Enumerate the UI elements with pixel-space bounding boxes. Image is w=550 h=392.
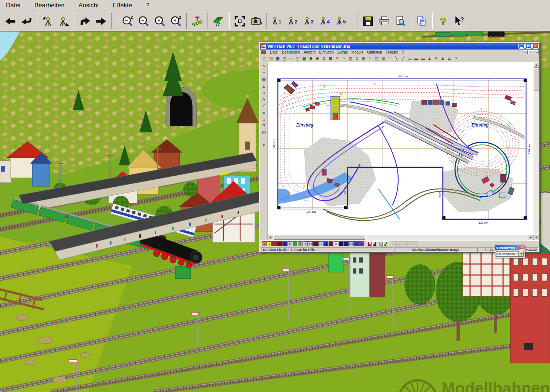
- chip-7[interactable]: 7: [293, 241, 297, 246]
- wt-menu-extras[interactable]: Extras: [336, 50, 349, 54]
- zoom-section-icon[interactable]: ⊙: [321, 56, 327, 62]
- wagon-icon[interactable]: ▚: [378, 241, 383, 246]
- loco-red-icon[interactable]: ▙: [367, 241, 372, 246]
- scroll-left-icon[interactable]: ◄: [268, 235, 273, 240]
- track-gradient-button[interactable]: [189, 12, 205, 30]
- track-system-select[interactable]: Fleischmann pi: [496, 251, 519, 257]
- wt-menu-datei[interactable]: Datei: [268, 50, 280, 54]
- print-button[interactable]: [376, 12, 392, 30]
- camera-position-3-button[interactable]: 3: [301, 12, 318, 30]
- zoom-out-2x-button[interactable]: −2: [120, 12, 136, 30]
- copy-button[interactable]: [414, 12, 430, 30]
- signal-green-icon[interactable]: ▼: [433, 56, 439, 62]
- signal-red-icon[interactable]: ▲: [426, 56, 433, 62]
- print-preview-icon[interactable]: ◫: [281, 56, 287, 62]
- chip-8[interactable]: 8: [298, 241, 302, 246]
- chevron-down-icon[interactable]: ▼: [519, 251, 524, 257]
- wt-menu-fenster[interactable]: Fenster: [384, 50, 400, 54]
- chip-11[interactable]: 11: [313, 241, 318, 246]
- print-preview-button[interactable]: [392, 12, 408, 30]
- context-help-icon[interactable]: ?: [453, 56, 459, 62]
- gradient-icon[interactable]: ∠: [261, 103, 267, 109]
- turn-right-button[interactable]: [77, 12, 93, 30]
- view-back-button[interactable]: [2, 12, 18, 30]
- chip-10[interactable]: 10: [308, 241, 313, 246]
- chip-19[interactable]: 19: [354, 241, 359, 246]
- image-icon[interactable]: ▣: [301, 56, 307, 62]
- menu-ansicht[interactable]: Ansicht: [76, 1, 101, 10]
- zoom-all-icon[interactable]: ⊠: [327, 56, 334, 62]
- chip-20[interactable]: 20: [359, 241, 364, 246]
- export-icon[interactable]: ◳: [294, 56, 301, 62]
- wt-menu-help[interactable]: ?: [400, 50, 406, 54]
- context-help-button[interactable]: ?: [451, 12, 467, 30]
- camera-lower-button[interactable]: [56, 12, 72, 30]
- track-curve-icon[interactable]: ▬: [413, 56, 419, 62]
- undo-icon[interactable]: ↶: [334, 56, 340, 62]
- scroll-down-icon[interactable]: ▼: [534, 235, 539, 240]
- chip-18[interactable]: 18: [349, 241, 354, 246]
- camera-position-2-button[interactable]: 2: [285, 12, 301, 30]
- save-button[interactable]: [360, 12, 376, 30]
- horizontal-scrollbar[interactable]: ◄ ►: [268, 235, 534, 240]
- ruler-icon[interactable]: ≡: [261, 70, 267, 76]
- paint-icon[interactable]: ▨: [261, 129, 267, 135]
- mdi-minimize-button[interactable]: –: [523, 50, 528, 54]
- bridge-icon[interactable]: ⊓: [261, 122, 267, 129]
- building-icon[interactable]: ⌂: [261, 116, 267, 122]
- chip-5[interactable]: 5: [282, 241, 287, 246]
- help-button[interactable]: ?: [435, 12, 451, 30]
- paste-icon[interactable]: ▤: [380, 56, 386, 62]
- view-forward-button[interactable]: [93, 12, 109, 30]
- mdi-close-button[interactable]: ×: [534, 50, 539, 54]
- chip-9[interactable]: 9: [303, 241, 308, 246]
- raise-icon[interactable]: ↥: [354, 56, 360, 62]
- text-icon[interactable]: A: [261, 96, 267, 102]
- scroll-right-icon[interactable]: ►: [528, 235, 534, 240]
- layers-icon[interactable]: ▤: [261, 76, 267, 83]
- scroll-up-icon[interactable]: ▲: [534, 62, 539, 68]
- fit-view-button[interactable]: [232, 12, 248, 30]
- fkey-icon[interactable]: F: [261, 142, 267, 149]
- wt-menu-optionen[interactable]: Optionen: [365, 50, 384, 54]
- slope-icon[interactable]: ╱: [400, 56, 406, 62]
- train-icon[interactable]: ▞: [383, 241, 388, 246]
- zoom-in-button[interactable]: +: [152, 12, 168, 30]
- tree-icon[interactable]: ♣: [261, 109, 267, 116]
- menu-bearbeiten[interactable]: Bearbeiten: [32, 1, 67, 10]
- pointer-icon[interactable]: ↖: [261, 63, 267, 69]
- gleisauswahl-close-button[interactable]: ×: [520, 246, 524, 250]
- chip-4[interactable]: 4: [277, 241, 282, 246]
- tunnel-button[interactable]: [210, 12, 227, 30]
- camera-raise-button[interactable]: [40, 12, 56, 30]
- measure-icon[interactable]: ∠: [446, 56, 452, 62]
- chip-13[interactable]: 13: [323, 241, 328, 246]
- chip-16[interactable]: 16: [339, 241, 344, 246]
- track-flex-icon[interactable]: ▬: [420, 56, 426, 62]
- mdi-restore-button[interactable]: ❒: [528, 50, 533, 54]
- select-icon[interactable]: ◻: [387, 56, 393, 62]
- wt-menu-module[interactable]: Module: [349, 50, 365, 54]
- chip-2[interactable]: 2: [267, 241, 272, 246]
- zoom-out-icon[interactable]: ⊖: [314, 56, 320, 62]
- view-return-button[interactable]: [18, 12, 34, 30]
- gleisauswahl-titlebar[interactable]: Gleisauswahl ×: [495, 245, 525, 250]
- copy-icon[interactable]: ◫: [374, 56, 380, 62]
- cut-icon[interactable]: ×: [367, 56, 373, 62]
- camera-position-1-button[interactable]: 1: [269, 12, 285, 30]
- chip-12[interactable]: 12: [318, 241, 323, 246]
- vertical-scrollbar[interactable]: ▲ ▼: [534, 62, 539, 240]
- wintrack-titlebar[interactable]: W WinTrack V8.0 - [Haupt und Nebenbahn.t…: [260, 43, 539, 50]
- chip-17[interactable]: 17: [344, 241, 349, 246]
- snapshot-button[interactable]: ?: [248, 12, 264, 30]
- restore-button[interactable]: [525, 44, 532, 49]
- minimize-button[interactable]: [518, 44, 525, 49]
- chip-6[interactable]: 6: [287, 241, 292, 246]
- notebook-icon[interactable]: ▥: [347, 56, 353, 62]
- water-icon[interactable]: ≈: [261, 89, 267, 96]
- zoom-out-button[interactable]: −: [136, 12, 152, 30]
- chip-3[interactable]: 3: [272, 241, 277, 246]
- chip-1[interactable]: 1: [262, 241, 267, 246]
- figure-icon[interactable]: ♟: [440, 56, 446, 62]
- camera-position-4-button[interactable]: 4: [318, 12, 334, 30]
